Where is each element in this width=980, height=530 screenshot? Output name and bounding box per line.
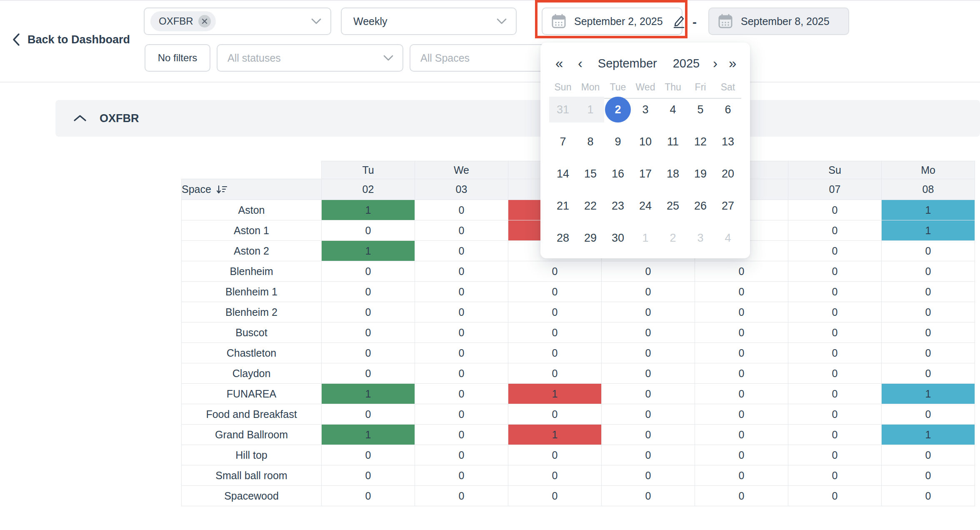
booking-count-cell: 1 xyxy=(322,425,415,445)
prev-year-button[interactable]: « xyxy=(555,54,563,72)
property-filter-select[interactable]: OXFBR xyxy=(144,8,331,35)
calendar-day[interactable]: 8 xyxy=(577,129,604,155)
booking-count-cell: 0 xyxy=(788,220,882,241)
booking-count-cell: 0 xyxy=(695,465,788,486)
space-header-label: Space xyxy=(182,183,211,195)
calendar-month-label[interactable]: September xyxy=(598,54,657,72)
calendar-day[interactable]: 6 xyxy=(714,97,742,122)
calendar-day[interactable]: 18 xyxy=(659,161,687,187)
period-select[interactable]: Weekly xyxy=(341,8,517,35)
calendar-day[interactable]: 2 xyxy=(659,225,687,251)
remove-tag-icon[interactable] xyxy=(198,15,211,28)
table-row: Blenheim 10000000 xyxy=(182,282,975,302)
section-header-oxfbr[interactable]: OXFBR xyxy=(55,100,980,137)
calendar-day[interactable]: 1 xyxy=(632,225,659,251)
calendar-day[interactable]: 4 xyxy=(659,97,687,122)
booking-count-cell: 0 xyxy=(415,425,508,445)
calendar-weekday-label: Mon xyxy=(577,82,604,93)
table-row: Small ball room0000000 xyxy=(182,465,975,486)
booking-count-cell: 0 xyxy=(788,465,882,486)
no-filters-button[interactable]: No filters xyxy=(145,44,210,72)
calendar-day[interactable]: 25 xyxy=(659,193,687,219)
booking-count-cell: 0 xyxy=(882,322,975,343)
status-filter-select[interactable]: All statuses xyxy=(217,44,403,72)
booking-count-cell: 0 xyxy=(788,363,882,384)
chevron-down-icon xyxy=(383,55,393,61)
edit-pencil-icon[interactable] xyxy=(672,14,685,28)
calendar-day[interactable]: 20 xyxy=(714,161,742,187)
chevron-left-icon xyxy=(12,32,21,47)
next-year-button[interactable]: » xyxy=(729,54,736,72)
calendar-day[interactable]: 12 xyxy=(687,129,714,155)
date-header-5: 07 xyxy=(788,179,882,200)
booking-count-cell: 1 xyxy=(882,220,975,241)
booking-count-cell: 0 xyxy=(508,465,602,486)
calendar-day[interactable]: 1 xyxy=(577,97,604,122)
booking-count-cell: 0 xyxy=(602,302,695,322)
calendar-day[interactable]: 21 xyxy=(549,193,577,219)
calendar-day[interactable]: 30 xyxy=(604,225,632,251)
calendar-year-label[interactable]: 2025 xyxy=(673,54,700,72)
calendar-day[interactable]: 17 xyxy=(632,161,659,187)
calendar-day[interactable]: 24 xyxy=(632,193,659,219)
booking-count-cell: 0 xyxy=(322,282,415,302)
booking-count-cell: 0 xyxy=(322,322,415,343)
calendar-day[interactable]: 4 xyxy=(714,225,742,251)
table-row: Grand Ballroom1010001 xyxy=(182,425,975,445)
calendar-day[interactable]: 19 xyxy=(687,161,714,187)
calendar-day[interactable]: 26 xyxy=(687,193,714,219)
space-name-cell: Small ball room xyxy=(182,465,322,486)
space-name-cell: FUNAREA xyxy=(182,384,322,404)
booking-count-cell: 0 xyxy=(508,445,602,465)
calendar-day[interactable]: 14 xyxy=(549,161,577,187)
day-header-0: Tu xyxy=(322,161,415,179)
start-date-picker[interactable]: September 2, 2025 xyxy=(542,8,682,35)
booking-count-cell: 0 xyxy=(602,465,695,486)
booking-count-cell: 1 xyxy=(322,384,415,404)
date-range-separator: - xyxy=(692,15,697,29)
calendar-day[interactable]: 2 xyxy=(605,97,631,122)
calendar-day[interactable]: 3 xyxy=(687,225,714,251)
booking-count-cell: 0 xyxy=(788,322,882,343)
calendar-day[interactable]: 13 xyxy=(714,129,742,155)
calendar-day[interactable]: 22 xyxy=(577,193,604,219)
calendar-weekday-label: Wed xyxy=(632,82,659,93)
space-name-cell: Food and Breakfast xyxy=(182,404,322,425)
booking-count-cell: 0 xyxy=(602,445,695,465)
calendar-day[interactable]: 29 xyxy=(577,225,604,251)
calendar-day[interactable]: 16 xyxy=(604,161,632,187)
next-month-button[interactable]: › xyxy=(713,54,718,72)
calendar-day[interactable]: 7 xyxy=(549,129,577,155)
chevron-up-icon xyxy=(73,114,87,122)
table-row: Claydon0000000 xyxy=(182,363,975,384)
booking-count-cell: 0 xyxy=(322,302,415,322)
back-to-dashboard-link[interactable]: Back to Dashboard xyxy=(12,32,130,47)
calendar-day[interactable]: 23 xyxy=(604,193,632,219)
date-picker-popup: « ‹ September 2025 › » SunMonTueWedThuFr… xyxy=(540,42,750,258)
booking-count-cell: 0 xyxy=(882,445,975,465)
calendar-day[interactable]: 5 xyxy=(687,97,714,122)
calendar-day[interactable]: 11 xyxy=(659,129,687,155)
booking-count-cell: 0 xyxy=(882,363,975,384)
calendar-day[interactable]: 10 xyxy=(632,129,659,155)
space-column-header[interactable]: Space xyxy=(182,179,322,200)
calendar-day[interactable]: 31 xyxy=(549,97,577,122)
calendar-day[interactable]: 28 xyxy=(549,225,577,251)
calendar-day[interactable]: 15 xyxy=(577,161,604,187)
end-date-picker[interactable]: September 8, 2025 xyxy=(708,8,849,35)
booking-count-cell: 0 xyxy=(882,343,975,363)
back-to-dashboard-label: Back to Dashboard xyxy=(28,33,130,46)
spaces-filter-placeholder: All Spaces xyxy=(420,52,470,64)
booking-count-cell: 0 xyxy=(322,404,415,425)
booking-count-cell: 0 xyxy=(508,363,602,384)
calendar-weekday-label: Fri xyxy=(687,82,714,93)
day-header-5: Su xyxy=(788,161,882,179)
calendar-day[interactable]: 3 xyxy=(632,97,659,122)
calendar-nav: « ‹ September 2025 › » xyxy=(540,54,750,72)
calendar-day[interactable]: 27 xyxy=(714,193,742,219)
status-filter-placeholder: All statuses xyxy=(228,52,281,64)
calendar-day[interactable]: 9 xyxy=(604,129,632,155)
prev-month-button[interactable]: ‹ xyxy=(578,54,582,72)
sort-icon[interactable] xyxy=(216,185,228,195)
booking-count-cell: 0 xyxy=(695,425,788,445)
